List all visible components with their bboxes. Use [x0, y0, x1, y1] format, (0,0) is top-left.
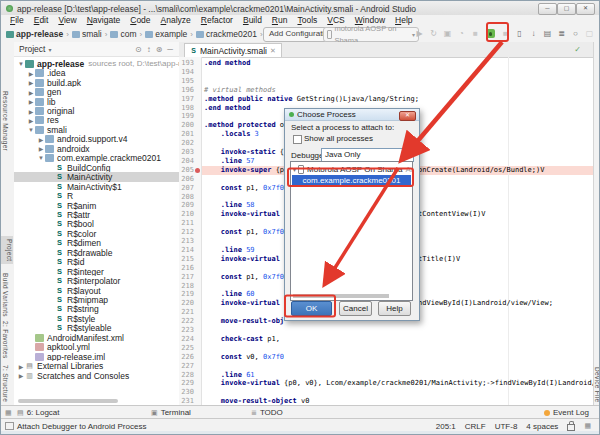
run-icon[interactable]: ▶: [414, 28, 425, 40]
collapse-arrow-icon[interactable]: ▼: [17, 61, 25, 67]
process-list[interactable]: ▾ Motorola AOSP On Shama Android com.exa…: [290, 161, 413, 301]
breadcrumb-crackme0201[interactable]: crackme0201: [196, 29, 257, 39]
tree-item-r-drawable[interactable]: SR$drawable: [14, 248, 179, 258]
menu-run[interactable]: Run: [267, 15, 293, 25]
menu-build[interactable]: Build: [238, 15, 267, 25]
stop-process-icon[interactable]: ■: [500, 28, 511, 40]
tree-item-r-dimen[interactable]: SR$dimen: [14, 239, 179, 249]
breadcrumb-example[interactable]: example: [145, 29, 187, 39]
stop-icon[interactable]: ■: [470, 28, 481, 40]
logcat-tool-icon[interactable]: ≣: [556, 28, 567, 40]
tree-item-r-style[interactable]: SR$style: [14, 314, 179, 324]
tree-item-smali[interactable]: ▼smali: [14, 125, 179, 135]
expand-arrow-icon[interactable]: ▶: [17, 363, 25, 370]
tree-item-apktool-yml[interactable]: apktool.yml: [14, 343, 179, 353]
tool-stripe-project[interactable]: Project: [1, 236, 13, 264]
expand-arrow-icon[interactable]: ▶: [17, 372, 25, 379]
inspection-ok-icon[interactable]: ✓: [574, 45, 581, 54]
tree-item-mainactivity-1[interactable]: SMainActivity$1: [14, 182, 179, 192]
expand-arrow-icon[interactable]: ▶: [27, 108, 35, 115]
apply-changes-icon[interactable]: ↻: [428, 28, 439, 40]
menu-analyze[interactable]: Analyze: [156, 15, 196, 25]
tree-item-r-layout[interactable]: SR$layout: [14, 286, 179, 296]
tree-item-app-release[interactable]: ▼app-releasesources root, D:\test\app-re…: [14, 59, 179, 69]
tree-item-r-string[interactable]: SR$string: [14, 305, 179, 315]
minimize-button[interactable]: ─: [538, 3, 557, 15]
tree-item-original[interactable]: ▶original: [14, 106, 179, 116]
menu-view[interactable]: View: [53, 15, 81, 25]
highlighting-level-icon[interactable]: ▦: [584, 422, 591, 430]
file-encoding[interactable]: UTF-8: [495, 422, 518, 431]
tree-item-androidx[interactable]: ▶androidx: [14, 144, 179, 154]
settings-gear-icon[interactable]: ⊛: [156, 45, 163, 54]
settings-icon[interactable]: ▢: [584, 28, 595, 40]
close-tab-icon[interactable]: ✕: [270, 47, 276, 55]
tree-item-com-example-crackme0201[interactable]: ▼com.example.crackme0201: [14, 154, 179, 164]
tree-item-androidmanifest-xml[interactable]: AndroidManifest.xml: [14, 333, 179, 343]
expand-arrow-icon[interactable]: ▶: [27, 98, 35, 105]
tool-stripe-7-structure[interactable]: 7: Structure: [2, 362, 9, 405]
tool-tab-terminal[interactable]: ▣Terminal: [151, 408, 191, 417]
menu-edit[interactable]: Edit: [29, 15, 54, 25]
tool-tab-6-logcat[interactable]: ▤6: Logcat: [17, 408, 60, 417]
device-manager-icon[interactable]: ▯: [514, 28, 525, 40]
breadcrumb-com[interactable]: com: [110, 29, 136, 39]
tool-tab-todo[interactable]: ≣TODO: [251, 408, 283, 417]
menu-file[interactable]: File: [5, 15, 29, 25]
collapse-arrow-icon[interactable]: ▼: [27, 127, 35, 133]
tree-item-scratches-and-consoles[interactable]: ▶▥Scratches and Consoles: [14, 371, 179, 381]
tree-item-r[interactable]: SR: [14, 191, 179, 201]
layout-inspector-icon[interactable]: ▤: [542, 28, 553, 40]
collapse-arrow-icon[interactable]: ▼: [37, 155, 45, 161]
show-all-processes-checkbox[interactable]: [293, 135, 302, 144]
indent-style[interactable]: 4 spaces: [526, 422, 558, 431]
line-separator[interactable]: CRLF: [465, 422, 486, 431]
tree-item-r-bool[interactable]: SR$bool: [14, 220, 179, 230]
sdk-manager-icon[interactable]: ↓: [528, 28, 539, 40]
menu-tools[interactable]: Tools: [292, 15, 322, 25]
locate-icon[interactable]: ⊙: [135, 45, 142, 54]
maximize-button[interactable]: ▢: [557, 3, 576, 15]
search-everywhere-icon[interactable]: ○: [570, 28, 581, 40]
close-button[interactable]: ✕: [576, 3, 595, 15]
tool-stripe-2-favorites[interactable]: 2: Favorites: [2, 318, 9, 362]
readonly-lock-icon[interactable]: [567, 424, 575, 431]
tree-item-r-integer[interactable]: SR$integer: [14, 267, 179, 277]
breakpoint-icon[interactable]: [195, 168, 200, 173]
process-item-selected[interactable]: com.example.crackme0201: [292, 175, 411, 187]
device-selector[interactable]: motorola AOSP on Shama ▾: [323, 27, 419, 42]
tree-item-gen[interactable]: ▶gen: [14, 87, 179, 97]
cancel-button[interactable]: Cancel: [339, 301, 372, 316]
expand-collapse-icon[interactable]: ↕: [147, 45, 151, 54]
caret-position[interactable]: 205:1: [436, 422, 456, 431]
attach-debugger-icon[interactable]: [484, 28, 497, 40]
tree-item-r-color[interactable]: SR$color: [14, 229, 179, 239]
profile-icon[interactable]: ◔: [456, 28, 467, 40]
tool-stripe-build-variants[interactable]: Build Variants: [2, 270, 9, 320]
tree-item-r-anim[interactable]: SR$anim: [14, 201, 179, 211]
process-list-hscrollbar[interactable]: [293, 294, 389, 298]
tree-item-lib[interactable]: ▶lib: [14, 97, 179, 107]
tree-item-android-support-v4[interactable]: ▶android.support.v4: [14, 135, 179, 145]
breadcrumb-smali[interactable]: smali: [72, 29, 102, 39]
tree-item-res[interactable]: ▶res: [14, 116, 179, 126]
project-tree-hscrollbar[interactable]: [18, 399, 118, 403]
expand-arrow-icon[interactable]: ▶: [37, 145, 45, 152]
menu-navigate[interactable]: Navigate: [82, 15, 126, 25]
debugger-select[interactable]: Java Only: [321, 148, 414, 162]
status-bar-icon[interactable]: [5, 422, 14, 430]
project-panel-header[interactable]: Project ▾ ⊙↕⊛─: [14, 42, 179, 57]
editor-tab[interactable]: S MainActivity.smali ✕: [184, 43, 282, 57]
expand-arrow-icon[interactable]: ▶: [37, 136, 45, 143]
tree-item-app-release-iml[interactable]: app-release.iml: [14, 352, 179, 362]
menu-refactor[interactable]: Refactor: [196, 15, 238, 25]
hide-panel-icon[interactable]: ─: [167, 45, 173, 54]
event-log-button[interactable]: Event Log: [544, 408, 589, 417]
tree-item-r-attr[interactable]: SR$attr: [14, 210, 179, 220]
tree-item--idea[interactable]: ▶.idea: [14, 68, 179, 78]
tree-item-buildconfig[interactable]: SBuildConfig: [14, 163, 179, 173]
menu-code[interactable]: Code: [125, 15, 155, 25]
tool-stripe-resource-manager[interactable]: Resource Manager: [2, 88, 9, 154]
dialog-close-button[interactable]: ✕: [399, 111, 416, 121]
editor-gutter[interactable]: 1931941951961971981992002012022032042052…: [179, 57, 202, 405]
